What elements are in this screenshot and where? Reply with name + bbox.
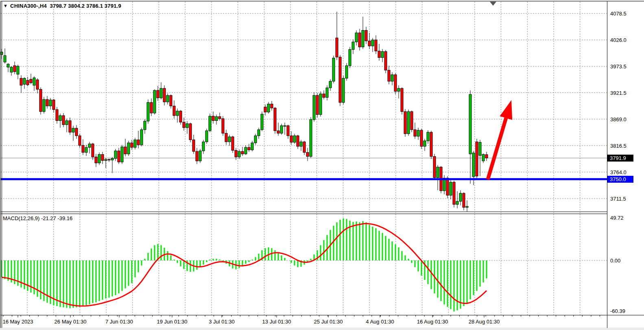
candle-body — [453, 182, 455, 205]
candle-body — [245, 147, 247, 154]
candle-body — [459, 193, 462, 201]
candle-body — [222, 118, 224, 133]
candle-body — [437, 167, 439, 178]
candle-body — [397, 88, 400, 91]
candle-body — [23, 78, 26, 84]
candle-body — [30, 79, 32, 83]
candle-body — [463, 193, 465, 208]
candle-body — [430, 132, 432, 157]
chart-title: ▼CHINA300-,H4 3798.7 3804.2 3786.1 3791.… — [3, 3, 121, 9]
candle-body — [427, 132, 429, 141]
candle-body — [277, 131, 279, 133]
candle-body — [316, 95, 319, 114]
candle-body — [183, 122, 185, 128]
candle-body — [485, 155, 488, 158]
candle-body — [111, 158, 114, 160]
time-axis-label: 25 Jul 01:30 — [314, 319, 343, 325]
candle-body — [271, 104, 273, 108]
candle-body — [13, 66, 16, 72]
candle-body — [371, 40, 374, 46]
candle-body — [381, 52, 384, 58]
candle-body — [225, 133, 227, 142]
candle-body — [98, 155, 100, 163]
candle-body — [228, 137, 231, 142]
candle-body — [101, 155, 104, 161]
candle-body — [287, 126, 289, 136]
candle-body — [39, 90, 42, 112]
candle-body — [144, 121, 146, 130]
candle-body — [124, 147, 127, 154]
candle-body — [170, 95, 172, 106]
candle-body — [472, 153, 475, 177]
candle-body — [466, 206, 468, 207]
candle-body — [319, 94, 322, 115]
candle-body — [274, 108, 276, 131]
price-axis-label: 3869.0 — [610, 116, 627, 122]
candle-body — [69, 120, 71, 132]
candle-body — [205, 131, 208, 142]
candle-body — [482, 155, 485, 161]
time-axis-label: 16 May 2023 — [2, 319, 33, 325]
candle-body — [62, 116, 65, 125]
candle-body — [108, 160, 110, 160]
candle-body — [7, 64, 9, 67]
candle-body — [114, 151, 117, 159]
candle-body — [147, 103, 149, 121]
candle-body — [248, 147, 250, 150]
candle-body — [469, 94, 472, 154]
candle-body — [388, 70, 390, 81]
candle-body — [290, 136, 293, 142]
candle-body — [293, 136, 296, 142]
candle-body — [10, 67, 13, 72]
candle-body — [72, 128, 74, 132]
chart-canvas[interactable] — [0, 0, 644, 330]
candle-body — [368, 41, 371, 46]
candle-body — [433, 156, 436, 177]
candle-body — [196, 151, 198, 161]
candle-body — [362, 31, 364, 47]
candle-body — [280, 126, 283, 133]
current-price-badge: 3791.9 — [607, 155, 633, 162]
candle-body — [137, 140, 140, 145]
price-axis-label: 4078.5 — [610, 11, 627, 17]
time-axis-label: 19 Jun 01:30 — [157, 319, 187, 325]
price-axis-label: 3816.5 — [610, 142, 627, 149]
candle-body — [417, 130, 419, 136]
candle-body — [65, 120, 68, 125]
macd-axis-label: 0.00 — [610, 258, 620, 264]
price-axis-label: 3921.5 — [610, 90, 627, 96]
candle-body — [404, 111, 406, 134]
candle-body — [349, 50, 351, 66]
candle-body — [267, 104, 270, 112]
candle-body — [192, 140, 195, 152]
candle-body — [254, 136, 257, 143]
candle-body — [59, 116, 61, 120]
candle-body — [79, 136, 81, 146]
candle-body — [157, 90, 159, 98]
candle-body — [339, 57, 341, 103]
candle-body — [17, 66, 19, 74]
candle-body — [4, 56, 6, 62]
mt4-chart-window: ▼CHINA300-,H4 3798.7 3804.2 3786.1 3791.… — [0, 0, 644, 330]
macd-indicator-label: MACD(12,26,9) -21.27 -39.16 — [3, 215, 72, 221]
candle-body — [20, 78, 22, 85]
candle-body — [173, 106, 175, 116]
candle-body — [352, 42, 354, 50]
candle-body — [342, 78, 345, 103]
candle-body — [303, 142, 306, 153]
candle-body — [231, 137, 234, 150]
candle-body — [456, 201, 458, 204]
time-axis-label: 13 Jul 01:30 — [262, 319, 291, 325]
candle-body — [88, 144, 91, 147]
macd-axis-label: -60.39 — [610, 308, 625, 314]
candle-body — [300, 142, 302, 146]
candle-body — [160, 88, 162, 98]
candle-body — [150, 103, 153, 113]
support-level-badge: 3750.0 — [607, 176, 633, 183]
candle-body — [297, 136, 299, 146]
candle-body — [241, 151, 244, 154]
candle-body — [82, 145, 84, 152]
candle-body — [218, 117, 221, 119]
candle-body — [407, 111, 410, 134]
candle-body — [258, 130, 260, 136]
